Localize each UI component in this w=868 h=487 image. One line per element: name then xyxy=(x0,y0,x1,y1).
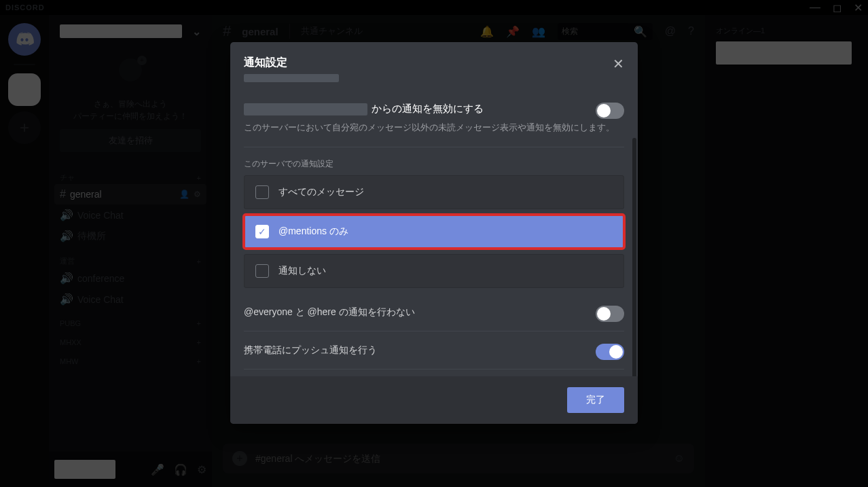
radio-all-messages[interactable]: すべてのメッセージ xyxy=(244,175,624,209)
notification-settings-modal: 通知設定 ✕ からの通知を無効にする このサーバーにおいて自分宛のメッセージ以外… xyxy=(230,42,638,424)
modal-subtitle-redacted xyxy=(244,74,339,82)
modal-title: 通知設定 xyxy=(244,56,624,70)
suppress-everyone-label: @everyone と @here の通知を行わない xyxy=(244,306,415,317)
modal-backdrop[interactable]: 通知設定 ✕ からの通知を無効にする このサーバーにおいて自分宛のメッセージ以外… xyxy=(0,0,868,487)
suppress-everyone-toggle[interactable] xyxy=(596,306,624,322)
mute-server-desc: このサーバーにおいて自分宛のメッセージ以外の未読メッセージ表示や通知を無効にしま… xyxy=(244,121,624,134)
done-button[interactable]: 完了 xyxy=(567,387,624,413)
modal-scrollbar[interactable] xyxy=(632,138,636,376)
mute-server-label: からの通知を無効にする xyxy=(372,103,484,115)
notification-section-label: このサーバでの通知設定 xyxy=(244,158,624,170)
mobile-push-toggle[interactable] xyxy=(596,344,624,360)
radio-nothing[interactable]: 通知しない xyxy=(244,254,624,288)
mobile-push-label: 携帯電話にプッシュ通知を行う xyxy=(244,344,377,355)
mute-server-toggle[interactable] xyxy=(596,103,624,119)
modal-close-icon[interactable]: ✕ xyxy=(613,56,624,72)
server-name-redacted xyxy=(244,103,367,115)
radio-mentions-only[interactable]: ✓@mentions のみ xyxy=(244,215,624,249)
